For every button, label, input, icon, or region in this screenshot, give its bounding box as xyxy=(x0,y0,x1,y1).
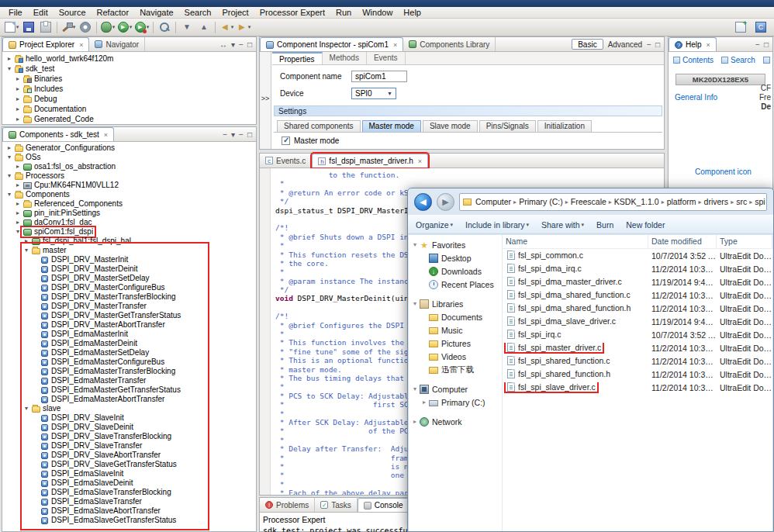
tab-components-library[interactable]: Components Library xyxy=(403,37,496,51)
breadcrumb-segment-computer[interactable]: Computer xyxy=(475,197,511,206)
view-toolbar-icon[interactable]: − xyxy=(239,40,244,49)
component-item[interactable]: DSPI_DRV_MasterInit xyxy=(2,255,256,264)
tab-navigator[interactable]: Navigator xyxy=(89,37,145,51)
back-icon[interactable]: ◀▾ xyxy=(218,20,235,35)
component-item[interactable]: DSPI_DRV_MasterGetTransferStatus xyxy=(2,311,256,320)
component-item[interactable]: DSPI_EdmaMasterDeinit xyxy=(2,339,256,348)
column-header-name[interactable]: Name xyxy=(503,235,648,248)
collapse-arrow-icon[interactable]: ▾ xyxy=(5,190,13,199)
view-toolbar-icon[interactable]: − xyxy=(239,130,244,139)
generate-code-gear-icon[interactable] xyxy=(77,20,94,35)
component-item[interactable]: ▾master xyxy=(2,246,256,255)
component-item[interactable]: DSPI_DRV_MasterSetDelay xyxy=(2,274,256,283)
subtab-events[interactable]: Events xyxy=(367,52,406,64)
component-item[interactable]: ▸Cpu:MK64FN1M0VLL12 xyxy=(2,181,256,190)
component-item[interactable]: ▸fsl_dspi_hal1:fsl_dspi_hal xyxy=(2,237,256,246)
component-item[interactable]: DSPI_DRV_SlaveDeinit xyxy=(2,423,256,432)
expand-arrow-icon[interactable]: ▸ xyxy=(14,181,22,190)
expand-arrow-icon[interactable]: ▸ xyxy=(14,74,22,84)
breadcrumb-segment-src[interactable]: src xyxy=(736,197,747,206)
mode-tab-shared-components[interactable]: Shared components xyxy=(277,120,361,132)
explorer-command-share-with[interactable]: Share with ▾ xyxy=(541,220,584,230)
file-row[interactable]: fsl_spi_master_driver.c11/2/2014 10:38 P… xyxy=(503,341,772,354)
collapse-arrow-icon[interactable]: ▾ xyxy=(410,300,420,307)
component-item[interactable]: DSPI_EdmaSlaveAbortTransfer xyxy=(2,506,256,516)
component-item[interactable]: DSPI_EdmaMasterTransferBlocking xyxy=(2,367,256,376)
project-item[interactable]: ▸hello_world_twrk64f120m xyxy=(2,54,256,64)
view-toolbar-icon[interactable]: ▾ xyxy=(231,130,235,139)
component-name-field[interactable]: spiCom1 xyxy=(351,71,407,82)
sidebar-item-documents[interactable]: Documents xyxy=(409,310,502,323)
component-item[interactable]: DSPI_EdmaSlaveTransfer xyxy=(2,497,256,506)
file-row[interactable]: fsl_spi_slave_driver.c11/2/2014 10:38 PM… xyxy=(503,381,772,394)
menu-help[interactable]: Help xyxy=(398,8,427,17)
project-item[interactable]: ▸Includes xyxy=(2,84,256,94)
breadcrumb-segment-drivers[interactable]: drivers xyxy=(704,197,729,206)
close-icon[interactable]: × xyxy=(79,41,83,49)
component-item[interactable]: ▾spiCom1:fsl_dspi xyxy=(2,227,256,237)
expand-arrow-icon[interactable]: ▸ xyxy=(14,84,22,94)
view-toolbar-icon[interactable]: ↔ xyxy=(219,40,227,49)
expand-arrow-icon[interactable]: ▸ xyxy=(14,218,22,227)
expand-arrow-icon[interactable]: ▸ xyxy=(5,54,13,64)
component-item[interactable]: DSPI_DRV_SlaveTransferBlocking xyxy=(2,432,256,441)
component-item[interactable]: DSPI_EdmaMasterGetTransferStatus xyxy=(2,385,256,395)
expand-arrow-icon[interactable]: ▸ xyxy=(14,104,22,114)
expand-arrow-icon[interactable]: ▸ xyxy=(14,114,22,124)
component-item[interactable]: DSPI_DRV_MasterConfigureBus xyxy=(2,283,256,292)
sidebar-item-primary-c[interactable]: ▸Primary (C:) xyxy=(409,396,502,409)
component-item[interactable]: DSPI_DRV_MasterTransferBlocking xyxy=(2,292,256,302)
collapse-arrow-icon[interactable]: ▾ xyxy=(5,153,13,162)
address-bar[interactable]: Computer▸Primary (C:)▸Freescale▸KSDK_1.1… xyxy=(459,193,767,211)
breadcrumb-segment-ksdk-1-1-0[interactable]: KSDK_1.1.0 xyxy=(614,197,659,206)
save-icon[interactable] xyxy=(20,20,37,35)
external-tools-icon[interactable]: ▾ xyxy=(133,20,150,35)
file-row[interactable]: fsl_spi_shared_function.c11/2/2014 10:38… xyxy=(503,354,772,368)
file-row[interactable]: fsl_spi_common.c10/7/2014 3:52 AMUltraEd… xyxy=(503,249,772,262)
prev-annotation-icon[interactable]: ▲ xyxy=(195,20,213,35)
sidebar-item-libraries[interactable]: ▾Libraries xyxy=(409,297,502,310)
advanced-button[interactable]: Advanced xyxy=(608,40,642,49)
component-item[interactable]: ▾Processors xyxy=(2,171,256,181)
sidebar-item-computer[interactable]: ▾Computer xyxy=(409,382,502,396)
column-header-date-modified[interactable]: Date modified xyxy=(648,235,717,248)
component-item[interactable]: DSPI_EdmaSlaveDeinit xyxy=(2,478,256,488)
file-row[interactable]: fsl_spi_dma_slave_driver.c11/19/2014 9:4… xyxy=(503,315,772,328)
mode-tab-initialization[interactable]: Initialization xyxy=(537,120,592,132)
project-item[interactable]: ▸Debug xyxy=(2,94,256,104)
component-item[interactable]: DSPI_EdmaMasterInit xyxy=(2,330,256,339)
explorer-command-organize[interactable]: Organize ▾ xyxy=(416,220,453,230)
component-item[interactable]: DSPI_DRV_SlaveAbortTransfer xyxy=(2,451,256,460)
menu-run[interactable]: Run xyxy=(330,8,357,17)
mode-tab-pins-signals[interactable]: Pins/Signals xyxy=(479,120,536,132)
debug-icon[interactable]: ▾ xyxy=(99,20,116,35)
breadcrumb-segment-platform[interactable]: platform xyxy=(667,197,696,206)
project-item[interactable]: ▸Documentation xyxy=(2,104,256,114)
collapse-arrow-icon[interactable]: ▾ xyxy=(14,227,22,237)
component-item[interactable]: ▸osa1:fsl_os_abstraction xyxy=(2,162,256,171)
expand-arrow-icon[interactable]: ▸ xyxy=(14,94,22,104)
collapse-arrow-icon[interactable]: ▾ xyxy=(5,171,13,181)
address-dropdown-icon[interactable]: ▾ xyxy=(765,197,767,207)
sidebar-item-recent-places[interactable]: Recent Places xyxy=(409,278,502,291)
file-row[interactable]: fsl_spi_dma_shared_function.c11/2/2014 1… xyxy=(503,288,772,302)
help-link-search[interactable]: Search xyxy=(721,56,755,64)
close-icon[interactable]: × xyxy=(393,41,397,49)
sidebar-item-music[interactable]: Music xyxy=(409,323,502,337)
project-item[interactable]: ▸Binaries xyxy=(2,74,256,84)
basic-button[interactable]: Basic xyxy=(572,39,603,50)
menu-edit[interactable]: Edit xyxy=(28,8,54,17)
menu-project[interactable]: Project xyxy=(216,8,254,17)
component-item[interactable]: DSPI_DRV_MasterAbortTransfer xyxy=(2,320,256,330)
menu-refactor[interactable]: Refactor xyxy=(92,8,135,17)
collapsed-palette[interactable]: >> xyxy=(260,52,271,149)
component-item[interactable]: DSPI_EdmaMasterTransfer xyxy=(2,376,256,385)
project-item[interactable]: ▸Generated_Code xyxy=(2,114,256,124)
component-item[interactable]: DSPI_DRV_SlaveTransfer xyxy=(2,441,256,451)
component-item[interactable]: DSPI_DRV_MasterDeinit xyxy=(2,264,256,274)
console-tab-tasks[interactable]: Tasks xyxy=(315,498,358,512)
component-item[interactable]: ▾slave xyxy=(2,404,256,413)
component-item[interactable]: DSPI_DRV_MasterTransfer xyxy=(2,302,256,311)
cpp-perspective-icon[interactable] xyxy=(752,20,769,35)
close-icon[interactable]: × xyxy=(707,41,710,49)
